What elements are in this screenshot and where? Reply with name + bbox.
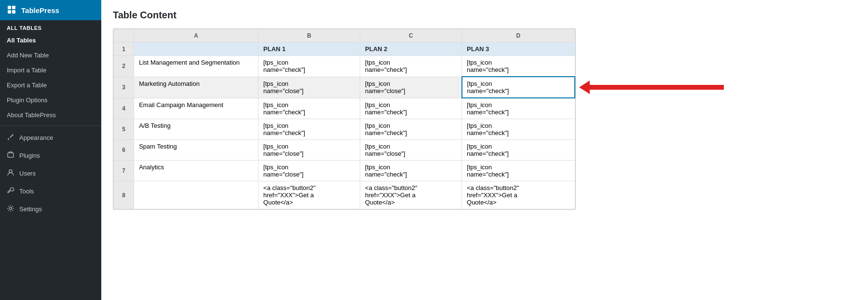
cell-2-d[interactable]: [tps_iconname="check"]: [462, 56, 575, 77]
sidebar-item-tools[interactable]: Tools: [0, 182, 101, 200]
row-num: 6: [114, 140, 134, 161]
sidebar-item-users[interactable]: Users: [0, 164, 101, 182]
svg-rect-1: [12, 6, 15, 9]
row-num: 8: [114, 181, 134, 209]
cell-5-b[interactable]: [tps_iconname="check"]: [258, 119, 360, 140]
svg-rect-4: [8, 153, 14, 157]
page-title: Table Content: [113, 10, 856, 21]
row-num: 4: [114, 98, 134, 119]
cell-6-c[interactable]: [tps_iconname="close"]: [360, 140, 462, 161]
table-row: 5 A/B Testing [tps_iconname="check"] [tp…: [114, 119, 575, 140]
cell-6-b[interactable]: [tps_iconname="close"]: [258, 140, 360, 161]
col-header-b: B: [258, 29, 360, 42]
cell-1-d[interactable]: PLAN 3: [462, 42, 575, 56]
cell-4-a[interactable]: Email Campaign Management: [134, 98, 258, 119]
cell-4-d[interactable]: [tps_iconname="check"]: [462, 98, 575, 119]
cell-3-c[interactable]: [tps_iconname="close"]: [360, 77, 462, 98]
table-row: 3 Marketing Automation [tps_iconname="cl…: [114, 77, 575, 98]
cell-5-c[interactable]: [tps_iconname="check"]: [360, 119, 462, 140]
brush-icon: [7, 133, 14, 142]
cell-8-a[interactable]: [134, 181, 258, 209]
sidebar-item-settings[interactable]: Settings: [0, 200, 101, 218]
cell-6-a[interactable]: Spam Testing: [134, 140, 258, 161]
table-row: 1 PLAN 1 PLAN 2 PLAN 3: [114, 42, 575, 56]
cell-4-b[interactable]: [tps_iconname="check"]: [258, 98, 360, 119]
cell-2-c[interactable]: [tps_iconname="check"]: [360, 56, 462, 77]
cell-8-b[interactable]: <a class="button2"href="XXX">Get aQuote<…: [258, 181, 360, 209]
cell-4-c[interactable]: [tps_iconname="check"]: [360, 98, 462, 119]
sidebar-divider: [0, 125, 101, 126]
cell-8-c[interactable]: <a class="button2"href="XXX">Get aQuote<…: [360, 181, 462, 209]
sidebar-item-add-new-table[interactable]: Add New Table: [0, 48, 101, 63]
row-num: 1: [114, 42, 134, 56]
tablepress-table: A B C D 1 PLAN 1 PLAN 2 PLAN 3: [113, 29, 575, 209]
col-header-a: A: [134, 29, 258, 42]
user-icon: [7, 169, 14, 178]
row-num: 7: [114, 161, 134, 181]
cell-3-b[interactable]: [tps_iconname="close"]: [258, 77, 360, 98]
sidebar-item-all-tables[interactable]: All Tables: [0, 33, 101, 48]
cell-6-d[interactable]: [tps_iconname="check"]: [462, 140, 575, 161]
sidebar-item-import-table[interactable]: Import a Table: [0, 63, 101, 78]
row-num: 3: [114, 77, 134, 98]
cell-2-a[interactable]: List Management and Segmentation: [134, 56, 258, 77]
column-header-row: A B C D: [114, 29, 575, 42]
table-row: 7 Analytics [tps_iconname="close"] [tps_…: [114, 161, 575, 181]
row-num: 2: [114, 56, 134, 77]
cell-1-b[interactable]: PLAN 1: [258, 42, 360, 56]
svg-rect-0: [8, 6, 11, 9]
red-arrow: [579, 81, 724, 94]
svg-point-6: [10, 207, 12, 210]
sidebar-item-plugins[interactable]: Plugins: [0, 147, 101, 164]
table-row: 8 <a class="button2"href="XXX">Get aQuot…: [114, 181, 575, 209]
sidebar-item-export-table[interactable]: Export a Table: [0, 78, 101, 93]
col-header-empty: [114, 29, 134, 42]
col-header-d: D: [462, 29, 575, 42]
sidebar-logo-label: TablePress: [21, 6, 59, 14]
cell-7-c[interactable]: [tps_iconname="check"]: [360, 161, 462, 181]
col-header-c: C: [360, 29, 462, 42]
cell-7-a[interactable]: Analytics: [134, 161, 258, 181]
plugin-icon: [7, 151, 14, 160]
sidebar: TablePress All Tables All Tables Add New…: [0, 0, 101, 300]
cell-7-b[interactable]: [tps_iconname="close"]: [258, 161, 360, 181]
sidebar-logo[interactable]: TablePress: [0, 0, 101, 20]
cell-1-c[interactable]: PLAN 2: [360, 42, 462, 56]
cell-8-d[interactable]: <a class="button2"href="XXX">Get aQuote<…: [462, 181, 575, 209]
svg-point-5: [9, 170, 12, 173]
row-num: 5: [114, 119, 134, 140]
cell-3-a[interactable]: Marketing Automation: [134, 77, 258, 98]
cell-2-b[interactable]: [tps_iconname="check"]: [258, 56, 360, 77]
svg-rect-3: [12, 10, 15, 14]
table-container: A B C D 1 PLAN 1 PLAN 2 PLAN 3: [113, 28, 576, 210]
grid-icon: [7, 5, 17, 15]
table-row: 2 List Management and Segmentation [tps_…: [114, 56, 575, 77]
cell-1-a[interactable]: [134, 42, 258, 56]
svg-rect-2: [8, 10, 11, 14]
sidebar-item-about-tablepress[interactable]: About TablePress: [0, 108, 101, 123]
cell-7-d[interactable]: [tps_iconname="check"]: [462, 161, 575, 181]
cell-5-d[interactable]: [tps_iconname="check"]: [462, 119, 575, 140]
table-row: 6 Spam Testing [tps_iconname="close"] [t…: [114, 140, 575, 161]
sidebar-item-plugin-options[interactable]: Plugin Options: [0, 93, 101, 108]
sidebar-section-title: All Tables: [0, 20, 101, 33]
settings-icon: [7, 205, 14, 214]
cell-5-a[interactable]: A/B Testing: [134, 119, 258, 140]
table-row: 4 Email Campaign Management [tps_iconnam…: [114, 98, 575, 119]
main-content: Table Content A B C D 1: [101, 0, 868, 300]
tools-icon: [7, 187, 14, 196]
cell-3-d[interactable]: [tps_iconname="check"]: [462, 77, 575, 98]
sidebar-item-appearance[interactable]: Appearance: [0, 129, 101, 147]
